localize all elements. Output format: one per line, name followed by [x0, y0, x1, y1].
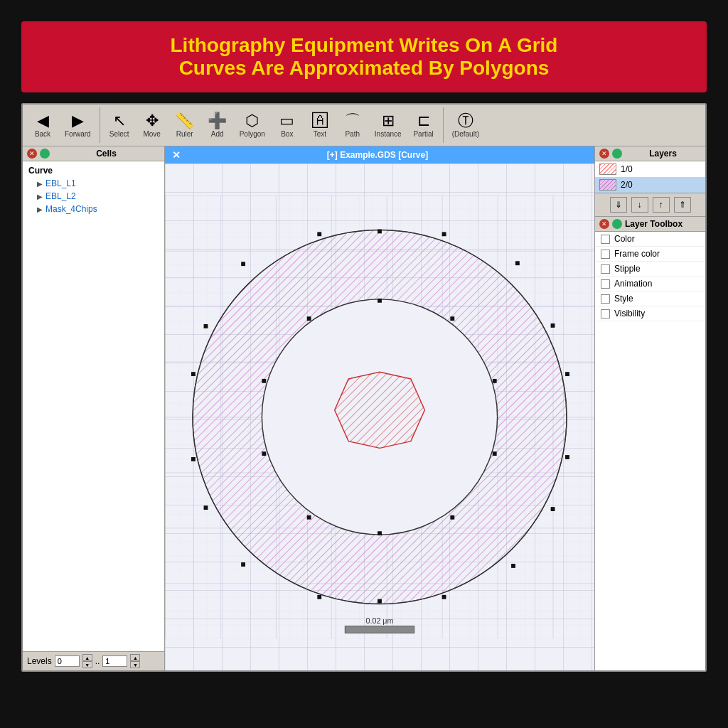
toolbox-frame-color[interactable]: Frame color [595, 247, 705, 262]
layer-nav: ⇓ ↓ ↑ ⇑ [595, 193, 705, 216]
svg-rect-30 [493, 379, 497, 383]
toolbox-color-label: Color [614, 234, 635, 244]
main-content: ✕ Cells Curve ▶ EBL_L1 ▶ EBL_L2 ▶ Mask_4… [23, 146, 705, 670]
svg-rect-33 [378, 531, 382, 535]
cell-arrow-3: ▶ [37, 205, 43, 213]
levels-up-button[interactable]: ▲ [82, 654, 92, 661]
canvas-header: ✕ [+] Example.GDS [Curve] [165, 146, 594, 164]
svg-rect-31 [493, 451, 497, 456]
toolbar-divider-1 [100, 107, 100, 143]
svg-rect-14 [511, 564, 515, 568]
levels-spinner: ▲ ▼ [82, 654, 92, 668]
layer-nav-up[interactable]: ↑ [653, 197, 670, 213]
toolbox-stipple[interactable]: Stipple [595, 262, 705, 277]
select-button[interactable]: ↖ Select [104, 109, 135, 141]
right-panel: ✕ Layers 1/0 2/0 ⇓ ↓ ↑ ⇑ [595, 146, 705, 670]
layer-label-1-0: 1/0 [621, 164, 633, 174]
toolbox-title: Layer Toolbox [625, 219, 682, 229]
toolbox-close-button[interactable]: ✕ [599, 219, 609, 229]
toolbox-style[interactable]: Style [595, 291, 705, 306]
cells-header: ✕ Cells [23, 146, 164, 161]
svg-rect-13 [565, 455, 569, 459]
box-button[interactable]: ▭ Box [272, 109, 303, 141]
levels-to-up-button[interactable]: ▲ [130, 654, 140, 661]
layer-nav-bottom[interactable]: ⇓ [610, 197, 627, 213]
cells-panel-title: Cells [53, 149, 160, 159]
toolbox-animation-checkbox[interactable] [601, 279, 610, 289]
toolbox-visibility[interactable]: Visibility [595, 306, 705, 321]
levels-to-input[interactable] [102, 655, 127, 667]
cell-item-mask[interactable]: ▶ Mask_4Chips [26, 203, 161, 215]
svg-text:0.02 μm: 0.02 μm [366, 616, 394, 625]
select-icon: ↖ [113, 113, 126, 129]
cell-item-ebl-l1[interactable]: ▶ EBL_L1 [26, 177, 161, 190]
cells-min-button[interactable] [40, 149, 50, 159]
layers-close-button[interactable]: ✕ [599, 149, 609, 159]
polygon-button[interactable]: ⬡ Polygon [235, 109, 270, 141]
svg-marker-9 [335, 372, 425, 448]
toolbox-frame-color-label: Frame color [614, 249, 660, 259]
svg-rect-29 [450, 316, 454, 321]
ruler-icon: 📏 [175, 113, 194, 129]
canvas-area[interactable]: 0.02 μm [165, 164, 594, 670]
toolbox-animation[interactable]: Animation [595, 277, 705, 291]
header-line1: Lithography Equipment Writes On A Grid [28, 34, 700, 57]
svg-rect-22 [551, 323, 555, 328]
layer-toolbox-header: ✕ Layer Toolbox [595, 216, 705, 232]
toolbox-style-label: Style [614, 294, 633, 304]
svg-rect-37 [307, 316, 311, 321]
layer-item-2-0[interactable]: 2/0 [595, 177, 705, 193]
cell-arrow-2: ▶ [37, 193, 43, 200]
svg-rect-18 [191, 372, 196, 376]
svg-rect-27 [204, 505, 208, 510]
cell-item-ebl-l2[interactable]: ▶ EBL_L2 [26, 190, 161, 203]
partial-button[interactable]: ⊏ Partial [408, 109, 439, 141]
toolbox-visibility-checkbox[interactable] [601, 309, 610, 318]
path-button[interactable]: ⌒ Path [337, 109, 368, 141]
svg-rect-28 [378, 299, 382, 303]
svg-rect-34 [307, 515, 311, 520]
cells-close-button[interactable]: ✕ [27, 149, 37, 159]
svg-rect-21 [317, 232, 321, 236]
toolbox-frame-color-checkbox[interactable] [601, 250, 610, 259]
layer-swatch-purple [599, 179, 616, 191]
default-icon: Ⓣ [458, 113, 473, 129]
ruler-button[interactable]: 📏 Ruler [169, 109, 200, 141]
svg-rect-12 [565, 372, 569, 376]
box-icon: ▭ [279, 113, 294, 129]
layer-nav-top[interactable]: ⇑ [674, 197, 691, 213]
back-button[interactable]: ◀ Back [27, 109, 58, 141]
toolbox-color[interactable]: Color [595, 232, 705, 247]
layer-label-2-0: 2/0 [621, 180, 633, 190]
svg-rect-26 [204, 324, 208, 328]
path-icon: ⌒ [345, 113, 360, 129]
toolbox-stipple-checkbox[interactable] [601, 264, 610, 274]
header-banner: Lithography Equipment Writes On A Grid C… [21, 21, 707, 92]
layer-nav-down[interactable]: ↓ [631, 197, 648, 213]
layers-min-button[interactable] [612, 149, 622, 159]
levels-from-input[interactable] [55, 655, 80, 667]
add-icon: ➕ [208, 113, 227, 129]
default-button[interactable]: Ⓣ (Default) [447, 109, 484, 141]
cell-label-ebl-l2: EBL_L2 [46, 191, 76, 201]
add-button[interactable]: ➕ Add [202, 109, 233, 141]
levels-to-down-button[interactable]: ▼ [130, 661, 140, 668]
text-button[interactable]: 🄰 Text [304, 109, 336, 141]
toolbox-style-checkbox[interactable] [601, 294, 610, 304]
levels-down-button[interactable]: ▼ [82, 661, 92, 668]
cell-label-ebl-l1: EBL_L1 [46, 178, 76, 188]
text-icon: 🄰 [312, 113, 328, 129]
app-window: ◀ Back ▶ Forward ↖ Select ✥ Move 📏 Ruler… [21, 103, 707, 672]
instance-button[interactable]: ⊞ Instance [370, 109, 407, 141]
toolbox-animation-label: Animation [614, 279, 652, 289]
layer-swatch-pink [599, 164, 616, 175]
move-button[interactable]: ✥ Move [136, 109, 168, 141]
svg-rect-23 [551, 507, 555, 511]
forward-button[interactable]: ▶ Forward [60, 109, 96, 141]
layer-item-1-0[interactable]: 1/0 [595, 161, 705, 177]
levels-label: Levels [27, 656, 52, 666]
svg-rect-11 [515, 261, 520, 265]
canvas-close-button[interactable]: ✕ [168, 149, 185, 161]
toolbox-min-button[interactable] [612, 219, 622, 229]
toolbox-color-checkbox[interactable] [601, 235, 610, 244]
